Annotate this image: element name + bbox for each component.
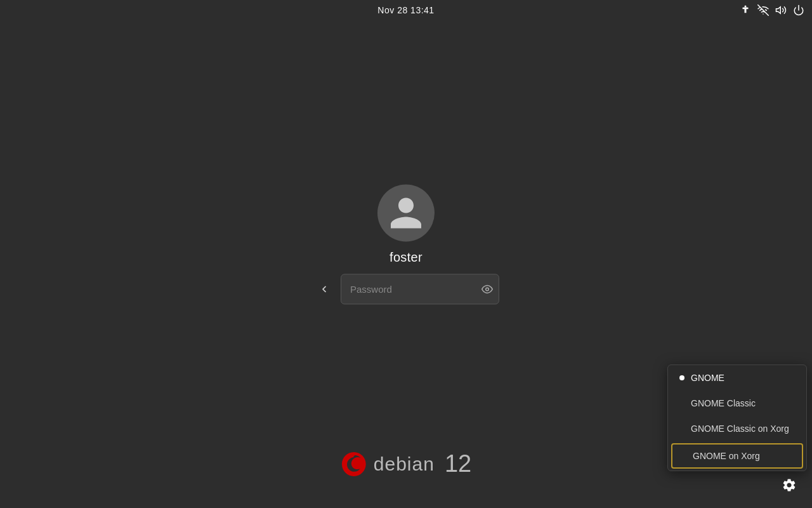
debian-swirl-icon (341, 451, 367, 478)
session-item-gnome[interactable]: GNOME (668, 365, 806, 391)
debian-logo: debian 12 (341, 450, 471, 478)
session-spacer (681, 453, 686, 458)
login-center: foster (313, 184, 499, 304)
debian-version: 12 (445, 450, 471, 478)
settings-gear-button[interactable] (778, 474, 801, 497)
network-icon[interactable] (756, 3, 770, 17)
session-item-label: GNOME on Xorg (693, 451, 760, 461)
session-item-gnome-xorg[interactable]: GNOME on Xorg (671, 443, 803, 469)
volume-icon[interactable] (774, 3, 788, 17)
password-input[interactable] (341, 274, 499, 304)
avatar (377, 184, 435, 241)
session-item-label: GNOME Classic (691, 398, 756, 408)
session-item-label: GNOME Classic on Xorg (691, 424, 789, 434)
password-input-wrapper (341, 274, 499, 304)
session-item-gnome-classic[interactable]: GNOME Classic (668, 391, 806, 416)
clock: Nov 28 13:41 (377, 5, 434, 15)
session-item-gnome-classic-xorg[interactable]: GNOME Classic on Xorg (668, 416, 806, 441)
top-bar: Nov 28 13:41 (0, 0, 812, 20)
back-button[interactable] (313, 274, 336, 304)
svg-point-2 (486, 288, 489, 291)
session-menu: GNOME GNOME Classic GNOME Classic on Xor… (667, 364, 807, 471)
svg-point-0 (745, 6, 747, 8)
top-bar-icons (738, 3, 806, 17)
debian-name: debian (374, 453, 435, 475)
session-spacer (679, 401, 684, 406)
session-item-label: GNOME (691, 373, 724, 383)
power-icon[interactable] (792, 3, 806, 17)
username-label: foster (390, 250, 422, 265)
accessibility-icon[interactable] (738, 3, 752, 17)
show-password-button[interactable] (481, 283, 493, 295)
session-spacer (679, 426, 684, 431)
password-row (313, 274, 499, 304)
session-bullet-icon (679, 375, 684, 380)
